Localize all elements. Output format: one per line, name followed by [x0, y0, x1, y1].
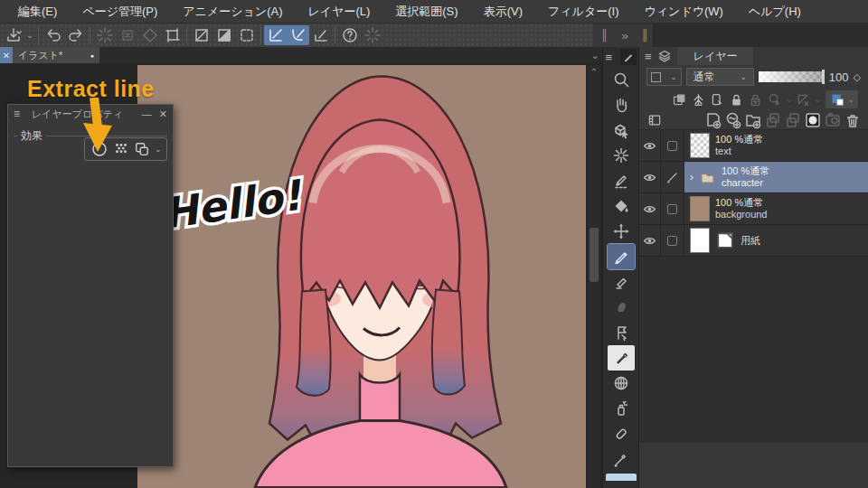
layer-property-panel[interactable]: ≡ レイヤープロパティ — ✕ 効果 ⌄	[7, 104, 174, 467]
tool-spray[interactable]	[608, 396, 635, 421]
layer-checkbox[interactable]	[661, 130, 684, 161]
layer-row-paper[interactable]: 用紙	[639, 225, 868, 257]
toolbar-grip-handle[interactable]: ║	[600, 29, 609, 42]
layer-name[interactable]: 用紙	[741, 234, 760, 248]
layer-mask-button[interactable]	[803, 111, 823, 129]
layer-name[interactable]: text	[715, 145, 763, 157]
menu-page-management[interactable]: ページ管理(P)	[70, 0, 170, 23]
canvas[interactable]: Hello!	[137, 65, 586, 488]
layers-tab[interactable]: レイヤー	[677, 47, 754, 65]
toolstrip-menu-icon[interactable]: ≡	[606, 51, 613, 64]
undo-button[interactable]	[42, 25, 64, 45]
reference-layer-icon[interactable]	[691, 92, 706, 108]
tool-pen-selected[interactable]	[608, 244, 635, 269]
layer-editing-pen-icon[interactable]	[661, 162, 684, 192]
menu-window[interactable]: ウィンドウ(W)	[631, 0, 735, 23]
layer-row-background[interactable]: 100 %通常 background	[639, 193, 868, 225]
lock-layer-icon[interactable]	[729, 92, 744, 108]
selection-source-chevron-icon[interactable]: ⌄	[786, 96, 792, 104]
selection-source-icon[interactable]	[767, 92, 782, 108]
clear-icon[interactable]	[93, 25, 116, 45]
tool-move-layer[interactable]	[608, 219, 635, 244]
clip-to-layer-below-icon[interactable]	[672, 92, 687, 108]
opacity-slider-handle[interactable]	[822, 70, 825, 84]
invert-selection-icon[interactable]	[212, 25, 235, 45]
layer-row-character-selected[interactable]: › 100 %通常 character	[639, 162, 868, 193]
ruler-chevron-icon[interactable]: ⌄	[815, 96, 821, 104]
tool-operation[interactable]	[608, 117, 635, 143]
panel-menu-icon[interactable]: ≡	[14, 108, 20, 120]
help-button[interactable]	[338, 25, 361, 45]
tab-overflow-chevron-icon[interactable]: ⌄	[588, 47, 602, 63]
layer-thumbnail-paper[interactable]	[690, 228, 710, 253]
toolstrip-pen-icon[interactable]	[620, 49, 637, 65]
tool-marker[interactable]	[608, 269, 635, 295]
scrollbar-handle[interactable]	[590, 228, 599, 282]
refresh-icon[interactable]	[361, 25, 383, 45]
layer-row-text[interactable]: 100 %通常 text	[639, 130, 868, 162]
layer-name[interactable]: background	[715, 209, 768, 221]
folder-expander-icon[interactable]: ›	[690, 171, 693, 183]
layer-thumbnail-background[interactable]	[690, 196, 710, 221]
deselect-icon[interactable]	[190, 25, 212, 45]
snap-to-special-ruler-icon[interactable]	[287, 25, 309, 45]
crop-transform-icon[interactable]	[161, 25, 184, 45]
scrollbar-up-arrow-icon[interactable]: ⌃	[588, 65, 600, 80]
layer-thumbnail-text[interactable]	[690, 133, 710, 158]
menu-selection[interactable]: 選択範囲(S)	[382, 0, 470, 23]
layers-menu-icon[interactable]: ≡	[645, 50, 652, 63]
tool-hand[interactable]	[608, 92, 635, 117]
effect-dropdown-chevron-icon[interactable]: ⌄	[155, 145, 162, 154]
tool-color-swatch-partial[interactable]	[606, 474, 637, 481]
selection-border-icon[interactable]	[235, 25, 258, 45]
layer-checkbox[interactable]	[661, 225, 684, 256]
save-dropdown-chevron-icon[interactable]: ⌄	[24, 25, 35, 45]
tool-fill[interactable]	[608, 193, 635, 219]
toolbar-overflow-button[interactable]: »	[622, 29, 628, 42]
tool-eyedropper[interactable]	[608, 446, 635, 472]
layer-visibility-eye-icon[interactable]	[639, 193, 661, 224]
new-folder-button[interactable]	[743, 111, 763, 129]
layer-name[interactable]: character	[722, 177, 769, 189]
tool-figure[interactable]	[608, 371, 635, 396]
tool-zoom[interactable]	[608, 67, 635, 92]
layer-checkbox[interactable]	[661, 193, 684, 224]
tool-airbrush[interactable]	[608, 295, 635, 320]
opacity-value[interactable]: 100	[829, 70, 849, 84]
layer-visibility-eye-icon[interactable]	[639, 130, 661, 161]
opacity-slider[interactable]	[759, 71, 825, 82]
apply-mask-button[interactable]	[823, 111, 843, 129]
toolbar-grip-handle[interactable]: ║	[641, 29, 650, 42]
tool-auto-select[interactable]	[608, 143, 635, 168]
opacity-spinner[interactable]: ◇	[854, 71, 861, 83]
ruler-icon[interactable]	[796, 92, 811, 108]
delete-layer-button[interactable]	[843, 111, 863, 129]
menu-edit[interactable]: 編集(E)	[5, 0, 70, 23]
layer-visibility-eye-icon[interactable]	[639, 162, 661, 192]
menu-layer[interactable]: レイヤー(L)	[295, 0, 382, 23]
canvas-tab[interactable]: イラスト* ●	[13, 47, 99, 63]
snap-to-ruler-icon[interactable]	[264, 25, 287, 45]
palette-dropdown[interactable]: ⌄	[646, 68, 682, 86]
merge-with-lower-layer-button[interactable]	[783, 111, 803, 129]
layer-color-effect-button[interactable]	[134, 141, 150, 157]
tool-decoration[interactable]	[608, 320, 635, 345]
panel-minimize-button[interactable]: —	[142, 108, 152, 119]
fill-tool-icon[interactable]	[138, 25, 161, 45]
tool-eraser[interactable]	[608, 421, 635, 446]
tool-vector-pen-selected[interactable]	[608, 345, 635, 371]
draft-layer-icon[interactable]	[710, 92, 725, 108]
snap-to-grid-icon[interactable]	[309, 25, 332, 45]
delete-selection-icon[interactable]	[116, 25, 138, 45]
lock-transparent-pixels-icon[interactable]	[748, 92, 763, 108]
blend-mode-dropdown[interactable]: 通常 ⌄	[686, 68, 754, 86]
layer-panel-display-icon[interactable]	[645, 111, 665, 129]
panel-close-button[interactable]: ✕	[159, 108, 167, 120]
menu-animation[interactable]: アニメーション(A)	[170, 0, 295, 23]
layer-visibility-eye-icon[interactable]	[639, 225, 661, 256]
menu-help[interactable]: ヘルプ(H)	[736, 0, 814, 23]
new-raster-layer-button[interactable]	[703, 111, 723, 129]
save-button[interactable]	[2, 25, 24, 45]
tool-selection-pen[interactable]	[608, 168, 635, 193]
menu-view[interactable]: 表示(V)	[471, 0, 535, 23]
